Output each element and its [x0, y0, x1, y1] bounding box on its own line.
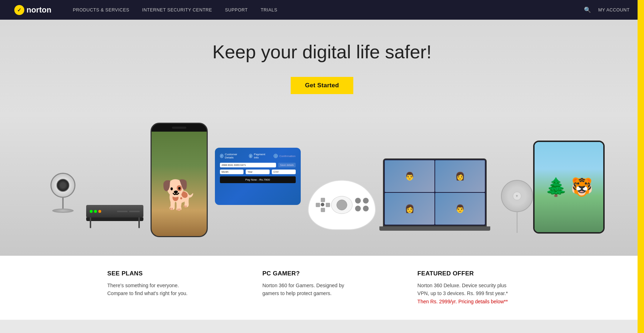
- controller-button-3: [355, 206, 361, 211]
- speaker-cord: [517, 211, 517, 233]
- get-started-button[interactable]: Get Started: [291, 77, 353, 94]
- payment-date-row: Month Year CVV: [220, 170, 296, 174]
- webcam-device: [40, 173, 86, 226]
- search-icon[interactable]: 🔍: [584, 6, 591, 13]
- phone-dog-image: 🐕: [161, 181, 197, 209]
- payment-step-2: 2 Payment Info: [249, 153, 268, 159]
- payment-card-input: 4988 8041 6069 6471: [220, 163, 276, 167]
- webcam-body: [50, 173, 75, 198]
- nav-internet-security[interactable]: INTERNET SECURITY CENTRE: [142, 8, 212, 13]
- devices-row: 🐕 ✓ Customer Details 2 Payment Info 3 Co…: [0, 112, 644, 241]
- laptop-face-3: 👩: [385, 193, 434, 225]
- payment-card-row: 4988 8041 6069 6471 Save details: [220, 163, 296, 167]
- yellow-accent-bar: [638, 0, 644, 320]
- hero-section: Keep your digital life safer! Get Starte…: [0, 20, 644, 256]
- webcam-base: [52, 209, 74, 213]
- controller-center: [331, 196, 353, 214]
- tablet-tiger-icon: 🐯: [571, 177, 593, 197]
- norton-logo[interactable]: ✓ norton: [14, 5, 51, 15]
- controller-button-2: [363, 198, 369, 204]
- tablet-screen: 🌲 🐯: [535, 142, 603, 232]
- navbar-links: PRODUCTS & SERVICES INTERNET SECURITY CE…: [73, 8, 584, 13]
- webcam-lens: [56, 179, 69, 192]
- phone-device: 🐕: [151, 123, 208, 237]
- featured-offer-text: Norton 360 Deluxe. Device security plus …: [417, 281, 558, 305]
- payment-month: Month: [220, 170, 244, 174]
- featured-offer-card: Featured Offer Norton 360 Deluxe. Device…: [417, 270, 572, 305]
- tablet-device: 🌲 🐯: [533, 141, 605, 234]
- navbar: ✓ norton PRODUCTS & SERVICES INTERNET SE…: [0, 0, 644, 20]
- router-device: [83, 205, 147, 241]
- tablet-tree-icon: 🌲: [545, 177, 567, 197]
- navbar-right: 🔍 MY ACCOUNT: [584, 6, 630, 13]
- laptop-device: 👨 👩 👩 👨: [383, 158, 487, 237]
- controller-button-4: [363, 206, 369, 211]
- pc-gamer-title: PC GAMER?: [262, 270, 403, 277]
- pc-gamer-text: Norton 360 for Gamers. Designed by gamer…: [262, 281, 403, 298]
- my-account-link[interactable]: MY ACCOUNT: [598, 8, 630, 13]
- router-feet: [86, 217, 143, 221]
- smart-speaker-device: +: [501, 180, 533, 212]
- laptop-screen: 👨 👩 👩 👨: [383, 158, 487, 226]
- payment-step-3: 3 Confirmation: [274, 154, 295, 158]
- norton-wordmark: norton: [26, 5, 51, 15]
- router-body: [86, 205, 143, 217]
- see-plans-title: SEE PLANS: [107, 270, 248, 277]
- nav-products-services[interactable]: PRODUCTS & SERVICES: [73, 8, 129, 13]
- phone-screen: 🐕: [152, 132, 207, 237]
- speaker-button: +: [513, 192, 521, 200]
- laptop-face-4: 👨: [435, 193, 485, 225]
- payment-step-1: ✓ Customer Details: [220, 153, 243, 159]
- game-controller-device: [308, 180, 376, 230]
- laptop-base: [379, 226, 490, 231]
- payment-progress: ✓ Customer Details 2 Payment Info 3 Conf…: [220, 153, 296, 159]
- payment-button[interactable]: Pay Now - Rs.7900: [220, 176, 296, 183]
- webcam-stand: [62, 198, 64, 209]
- laptop-face-1: 👨: [385, 160, 434, 192]
- norton-checkmark-icon: ✓: [14, 5, 24, 15]
- nav-support[interactable]: SUPPORT: [225, 8, 248, 13]
- pc-gamer-card: PC GAMER? Norton 360 for Gamers. Designe…: [262, 270, 418, 305]
- featured-offer-title: Featured Offer: [417, 270, 558, 277]
- laptop-face-2: 👩: [435, 160, 485, 192]
- payment-cvv: CVV: [272, 170, 296, 174]
- see-plans-card: SEE PLANS There's something for everyone…: [107, 270, 262, 305]
- controller-button-1: [355, 198, 361, 204]
- payment-year: Year: [246, 170, 270, 174]
- payment-ui: ✓ Customer Details 2 Payment Info 3 Conf…: [215, 148, 301, 205]
- see-plans-text: There's something for everyone. Compare …: [107, 281, 248, 298]
- bottom-section: SEE PLANS There's something for everyone…: [0, 256, 644, 320]
- nav-trials[interactable]: TRIALS: [261, 8, 277, 13]
- hero-title: Keep your digital life safer!: [212, 41, 432, 63]
